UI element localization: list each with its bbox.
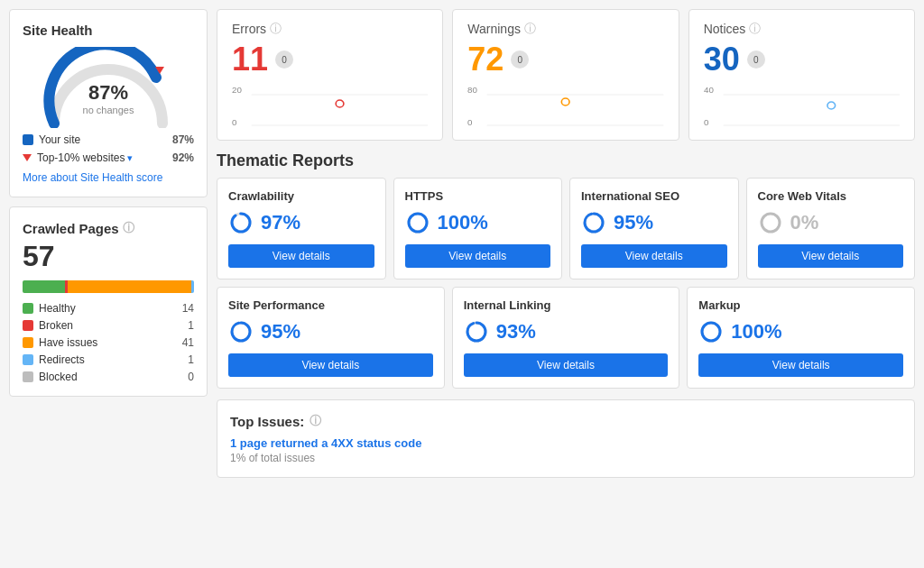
svg-point-26: [467, 323, 485, 341]
errors-chart: 20 0: [232, 84, 428, 129]
svg-point-5: [336, 100, 344, 107]
svg-text:20: 20: [232, 85, 242, 95]
warnings-card: Warnings ⓘ 72 0 80 0: [452, 9, 679, 141]
warnings-badge: 0: [511, 50, 529, 69]
bar-issues: [68, 280, 191, 293]
svg-text:80: 80: [467, 85, 477, 95]
report-https: HTTPS 100% View details: [393, 178, 563, 279]
report-international-seo: International SEO 95% View details: [569, 178, 739, 279]
reports-grid-row2: Site Performance 95% View details Intern…: [217, 287, 915, 389]
report-site-performance: Site Performance 95% View details: [217, 287, 445, 389]
svg-text:0: 0: [704, 117, 708, 127]
legend-redirects: Redirects 1: [23, 353, 194, 366]
site-health-title: Site Health: [23, 23, 194, 38]
errors-badge: 0: [275, 50, 293, 69]
blocked-color: [23, 371, 33, 382]
internal-linking-view-details[interactable]: View details: [464, 353, 669, 377]
bar-healthy: [23, 280, 65, 293]
issue-desc: 1% of total issues: [230, 452, 901, 464]
svg-point-22: [762, 214, 780, 232]
top-sites-legend: Top-10% websites ▾ 92%: [23, 151, 194, 164]
bar-redirects: [191, 280, 194, 293]
international-seo-icon: [581, 210, 606, 235]
metrics-row: Errors ⓘ 11 0 20 0: [217, 9, 915, 141]
markup-icon: [698, 319, 724, 344]
core-web-vitals-icon: [758, 210, 783, 235]
issue-link[interactable]: 1 page returned a 4XX status code: [230, 436, 421, 450]
report-core-web-vitals: Core Web Vitals 0% View details: [746, 178, 916, 279]
right-panel: Errors ⓘ 11 0 20 0: [217, 9, 915, 559]
crawlability-view-details[interactable]: View details: [228, 244, 374, 268]
legend-have-issues: Have issues 41: [23, 336, 194, 349]
have-issues-color: [23, 337, 33, 348]
warnings-chart: 80 0: [467, 84, 663, 129]
more-about-score-link[interactable]: More about Site Health score: [23, 171, 194, 184]
svg-text:0: 0: [232, 117, 236, 127]
gauge-container: 87% no changes: [23, 47, 194, 128]
notices-info-icon[interactable]: ⓘ: [749, 21, 761, 37]
chevron-down-icon[interactable]: ▾: [127, 152, 133, 164]
site-performance-icon: [228, 319, 254, 344]
notices-value: 30: [704, 41, 740, 78]
errors-value: 11: [232, 41, 268, 78]
svg-text:40: 40: [704, 85, 714, 95]
svg-point-24: [232, 323, 250, 341]
errors-label: Errors: [232, 22, 266, 36]
svg-point-19: [409, 214, 427, 232]
thematic-reports-title: Thematic Reports: [217, 151, 915, 170]
crawled-info-icon[interactable]: ⓘ: [123, 220, 134, 236]
redirects-color: [23, 354, 33, 365]
svg-point-17: [232, 214, 250, 232]
internal-linking-icon: [464, 319, 489, 344]
top-issues-info-icon[interactable]: ⓘ: [310, 413, 321, 429]
report-internal-linking: Internal Linking 93% View details: [452, 287, 680, 389]
svg-text:0: 0: [467, 117, 472, 127]
svg-point-15: [827, 102, 836, 109]
notices-card: Notices ⓘ 30 0 40 0: [688, 9, 915, 141]
crawled-pages-title: Crawled Pages ⓘ: [23, 220, 194, 236]
errors-info-icon[interactable]: ⓘ: [270, 21, 282, 37]
site-performance-view-details[interactable]: View details: [228, 353, 433, 377]
errors-card: Errors ⓘ 11 0 20 0: [217, 9, 443, 141]
legend-blocked: Blocked 0: [23, 371, 194, 383]
healthy-color: [23, 303, 33, 314]
warnings-info-icon[interactable]: ⓘ: [524, 21, 536, 37]
crawled-count: 57: [23, 240, 194, 273]
reports-grid-row1: Crawlability 97% View details HTTPS: [217, 178, 915, 279]
crawled-bar: [23, 280, 194, 293]
report-crawlability: Crawlability 97% View details: [217, 178, 386, 279]
crawled-pages-card: Crawled Pages ⓘ 57 Healthy 14 Broken 1: [9, 206, 208, 397]
international-seo-view-details[interactable]: View details: [581, 244, 727, 268]
triangle-icon: [23, 154, 32, 161]
markup-view-details[interactable]: View details: [698, 353, 903, 377]
notices-chart: 40 0: [704, 84, 900, 129]
warnings-value: 72: [467, 41, 504, 78]
gauge-text: 87% no changes: [83, 81, 134, 115]
notices-badge: 0: [747, 50, 765, 69]
report-markup: Markup 100% View details: [687, 287, 915, 389]
legend-broken: Broken 1: [23, 319, 194, 332]
your-site-legend: Your site 87%: [23, 133, 194, 146]
https-view-details[interactable]: View details: [405, 244, 551, 268]
core-web-vitals-view-details[interactable]: View details: [758, 244, 904, 268]
warnings-label: Warnings: [467, 22, 521, 36]
top-issues-section: Top Issues: ⓘ 1 page returned a 4XX stat…: [217, 399, 915, 478]
site-health-card: Site Health 87% no changes: [9, 9, 208, 197]
svg-point-28: [702, 323, 720, 341]
top-issues-title: Top Issues:: [230, 414, 304, 429]
your-site-dot: [23, 134, 33, 145]
notices-label: Notices: [704, 22, 746, 36]
svg-point-21: [585, 214, 603, 232]
gauge-percent: 87%: [83, 81, 134, 105]
broken-color: [23, 320, 33, 331]
https-icon: [405, 210, 430, 235]
thematic-reports-section: Thematic Reports Crawlability 97% View d…: [217, 151, 915, 389]
crawlability-icon: [228, 210, 254, 235]
left-panel: Site Health 87% no changes: [9, 9, 208, 559]
svg-point-10: [562, 98, 570, 105]
gauge-subtext: no changes: [83, 105, 134, 115]
legend-healthy: Healthy 14: [23, 302, 194, 315]
